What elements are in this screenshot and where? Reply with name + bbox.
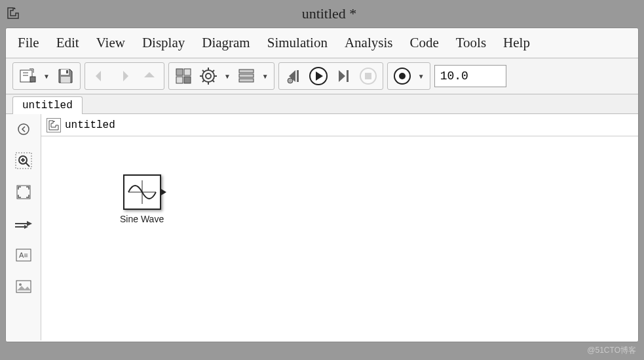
run-button[interactable] bbox=[308, 66, 329, 87]
svg-line-17 bbox=[202, 80, 204, 82]
watermark: @51CTO博客 bbox=[587, 345, 636, 356]
svg-point-30 bbox=[18, 124, 29, 134]
canvas-toolbar: A≡ bbox=[6, 114, 41, 340]
model-path-bar: untitled bbox=[41, 114, 638, 136]
config-dropdown-icon[interactable]: ▼ bbox=[223, 73, 232, 80]
step-forward-button[interactable] bbox=[333, 66, 354, 87]
svg-rect-19 bbox=[239, 70, 254, 73]
svg-rect-27 bbox=[365, 73, 371, 79]
image-button[interactable] bbox=[12, 275, 35, 298]
model-explorer-button[interactable] bbox=[236, 66, 257, 87]
simulink-icon bbox=[7, 7, 21, 21]
menu-tools[interactable]: Tools bbox=[456, 35, 486, 51]
titlebar: untitled * bbox=[0, 0, 644, 28]
new-model-button[interactable] bbox=[17, 66, 38, 87]
menubar: File Edit View Display Diagram Simulatio… bbox=[6, 28, 638, 58]
sample-time-button[interactable] bbox=[12, 212, 35, 235]
menu-diagram[interactable]: Diagram bbox=[202, 35, 250, 51]
svg-point-42 bbox=[19, 283, 22, 286]
main-window: File Edit View Display Diagram Simulatio… bbox=[5, 28, 639, 342]
hide-toolbar-button[interactable] bbox=[12, 118, 35, 140]
record-dropdown-icon[interactable]: ▼ bbox=[417, 73, 426, 80]
record-button[interactable] bbox=[392, 66, 413, 87]
toolbar: ▼ ▼ ▼ bbox=[6, 58, 638, 94]
svg-rect-6 bbox=[184, 69, 191, 75]
save-button[interactable] bbox=[55, 66, 76, 87]
sine-wave-block[interactable]: Sine Wave bbox=[120, 174, 164, 224]
menu-view[interactable]: View bbox=[96, 35, 125, 51]
sine-wave-icon bbox=[126, 178, 159, 207]
svg-line-16 bbox=[212, 80, 214, 82]
back-button[interactable] bbox=[89, 66, 110, 87]
svg-rect-20 bbox=[239, 74, 254, 77]
svg-rect-1 bbox=[30, 77, 35, 82]
model-config-button[interactable] bbox=[198, 66, 219, 87]
svg-line-15 bbox=[202, 70, 204, 72]
menu-edit[interactable]: Edit bbox=[56, 35, 79, 51]
output-port-icon[interactable] bbox=[160, 188, 166, 196]
svg-rect-4 bbox=[66, 70, 68, 73]
library-browser-button[interactable] bbox=[173, 66, 194, 87]
window-title: untitled * bbox=[21, 5, 637, 22]
menu-file[interactable]: File bbox=[18, 35, 39, 51]
menu-help[interactable]: Help bbox=[503, 35, 530, 51]
forward-button[interactable] bbox=[114, 66, 135, 87]
fit-view-button[interactable] bbox=[12, 181, 35, 203]
canvas[interactable]: Sine Wave bbox=[41, 136, 638, 340]
svg-rect-7 bbox=[176, 77, 183, 83]
explorer-dropdown-icon[interactable]: ▼ bbox=[261, 73, 270, 80]
menu-analysis[interactable]: Analysis bbox=[345, 35, 393, 51]
svg-rect-36 bbox=[17, 186, 30, 199]
workspace: A≡ untitled bbox=[6, 114, 638, 340]
model-icon bbox=[47, 118, 61, 132]
stop-button[interactable] bbox=[358, 66, 379, 87]
menu-simulation[interactable]: Simulation bbox=[267, 35, 328, 51]
svg-line-33 bbox=[26, 163, 29, 167]
svg-rect-21 bbox=[239, 79, 254, 82]
simulation-time-input[interactable] bbox=[434, 65, 506, 87]
menu-display[interactable]: Display bbox=[142, 35, 185, 51]
new-dropdown-icon[interactable]: ▼ bbox=[42, 73, 51, 80]
svg-point-23 bbox=[288, 78, 293, 83]
svg-rect-22 bbox=[297, 70, 299, 82]
model-path-label[interactable]: untitled bbox=[65, 119, 115, 131]
menu-code[interactable]: Code bbox=[409, 35, 438, 51]
svg-rect-3 bbox=[61, 77, 70, 83]
svg-point-29 bbox=[399, 73, 406, 79]
annotation-button[interactable]: A≡ bbox=[12, 244, 35, 266]
svg-rect-25 bbox=[347, 70, 349, 82]
svg-line-18 bbox=[212, 70, 214, 72]
tabbar: untitled bbox=[6, 94, 638, 114]
svg-point-10 bbox=[206, 73, 211, 79]
svg-rect-8 bbox=[184, 77, 191, 83]
svg-rect-41 bbox=[16, 281, 31, 292]
tab-untitled[interactable]: untitled bbox=[12, 96, 83, 114]
zoom-tool-button[interactable] bbox=[12, 150, 35, 172]
canvas-wrap: untitled Sine Wave bbox=[41, 114, 638, 340]
block-body[interactable] bbox=[123, 174, 161, 210]
block-label[interactable]: Sine Wave bbox=[120, 214, 164, 224]
svg-text:A≡: A≡ bbox=[19, 251, 28, 259]
up-button[interactable] bbox=[139, 66, 160, 87]
step-back-button[interactable] bbox=[283, 66, 304, 87]
svg-rect-5 bbox=[176, 69, 183, 75]
